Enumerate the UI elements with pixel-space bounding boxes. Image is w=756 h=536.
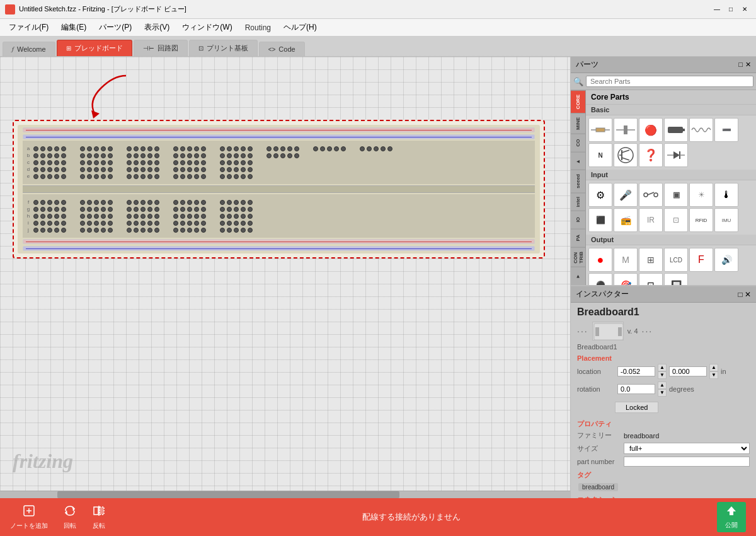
cat-vtab-pa[interactable]: PA (571, 229, 585, 247)
tab-breadboard[interactable]: ⊞ ブレッドボード (57, 40, 132, 56)
menu-view[interactable]: 表示(V) (138, 20, 176, 35)
bb-hole[interactable] (227, 200, 232, 205)
bb-hole[interactable] (220, 221, 225, 226)
bb-hole[interactable] (127, 221, 132, 226)
bb-hole[interactable] (227, 207, 232, 212)
bb-hole[interactable] (241, 228, 246, 233)
bb-hole[interactable] (180, 160, 185, 165)
bb-hole[interactable] (180, 221, 185, 226)
bb-hole[interactable] (341, 146, 346, 151)
bb-hole[interactable] (108, 167, 113, 172)
bb-hole[interactable] (374, 146, 379, 151)
menu-help[interactable]: ヘルプ(H) (277, 20, 323, 35)
bb-hole[interactable] (154, 153, 159, 158)
bb-hole[interactable] (173, 207, 178, 212)
bb-hole[interactable] (154, 167, 159, 172)
bb-hole[interactable] (294, 146, 299, 151)
bb-hole[interactable] (127, 160, 132, 165)
bb-hole[interactable] (320, 146, 325, 151)
bb-hole[interactable] (248, 200, 253, 205)
bb-hole[interactable] (360, 146, 365, 151)
bb-hole[interactable] (47, 167, 52, 172)
window-controls[interactable]: — □ ✕ (711, 3, 751, 16)
bb-hole[interactable] (127, 214, 132, 219)
parts-panel-controls[interactable]: □ ✕ (738, 61, 751, 69)
cat-vtab-contrib[interactable]: CON TRIB (571, 247, 585, 267)
bb-hole[interactable] (173, 153, 178, 158)
bb-hole[interactable] (47, 160, 52, 165)
bb-hole[interactable] (108, 221, 113, 226)
bb-hole[interactable] (187, 174, 192, 179)
bb-hole[interactable] (147, 174, 152, 179)
bb-hole[interactable] (134, 174, 139, 179)
part-motor[interactable]: M (614, 248, 638, 272)
bb-hole[interactable] (220, 214, 225, 219)
bb-hole[interactable] (220, 200, 225, 205)
bb-hole[interactable] (234, 146, 239, 151)
bb-hole[interactable] (201, 153, 206, 158)
tab-welcome[interactable]: 𝑓 Welcome (3, 42, 55, 56)
bb-hole[interactable] (127, 146, 132, 151)
bb-hole[interactable] (80, 207, 85, 212)
bb-hole[interactable] (147, 153, 152, 158)
bb-hole[interactable] (248, 174, 253, 179)
part-accelerometer[interactable]: ⊡ (664, 208, 688, 232)
bb-hole[interactable] (241, 221, 246, 226)
bb-hole[interactable] (248, 167, 253, 172)
bb-hole[interactable] (313, 146, 318, 151)
part-fan[interactable]: 🔲 (664, 273, 688, 285)
bb-hole[interactable] (87, 174, 92, 179)
bb-hole[interactable] (194, 153, 199, 158)
bb-hole[interactable] (266, 146, 272, 151)
bb-hole[interactable] (134, 153, 139, 158)
bb-hole[interactable] (180, 167, 185, 172)
bb-hole[interactable] (101, 160, 106, 165)
bb-hole[interactable] (220, 174, 225, 179)
bb-hole[interactable] (187, 160, 192, 165)
part-dot-matrix[interactable]: ⊡ (639, 273, 663, 285)
bb-hole[interactable] (33, 160, 38, 165)
close-button[interactable]: ✕ (738, 3, 751, 16)
bb-hole[interactable] (173, 200, 178, 205)
menu-routing[interactable]: Routing (239, 21, 277, 35)
part-capacitor[interactable] (614, 118, 638, 142)
bb-hole[interactable] (241, 174, 246, 179)
bb-hole[interactable] (134, 167, 139, 172)
bb-hole[interactable] (94, 221, 99, 226)
bb-hole[interactable] (248, 207, 253, 212)
bb-hole[interactable] (241, 207, 246, 212)
parts-panel-close[interactable]: ✕ (745, 61, 751, 69)
part-diode[interactable] (664, 143, 688, 167)
bb-hole[interactable] (54, 174, 59, 179)
bb-hole[interactable] (201, 167, 206, 172)
bb-hole[interactable] (154, 146, 159, 151)
rotation-stepper[interactable]: ▲▼ (658, 382, 667, 397)
part-rfid[interactable]: RFID (689, 208, 713, 232)
part-sensor2[interactable]: 📻 (614, 208, 638, 232)
bb-hole[interactable] (234, 200, 239, 205)
part-nmos[interactable]: N (588, 143, 612, 167)
part-temp-sensor[interactable]: 🌡 (714, 183, 738, 207)
bb-hole[interactable] (33, 153, 38, 158)
bb-hole[interactable] (140, 221, 146, 226)
bb-hole[interactable] (94, 214, 99, 219)
bb-hole[interactable] (201, 174, 206, 179)
bb-hole[interactable] (220, 167, 225, 172)
bb-hole[interactable] (327, 146, 332, 151)
location-x-stepper[interactable]: ▲▼ (658, 364, 667, 379)
bb-hole[interactable] (173, 221, 178, 226)
bb-hole[interactable] (101, 207, 106, 212)
inspector-close[interactable]: ✕ (745, 290, 751, 299)
bb-hole[interactable] (234, 207, 239, 212)
parts-search-input[interactable] (586, 76, 753, 87)
bb-hole[interactable] (241, 167, 246, 172)
rotation-down[interactable]: ▼ (658, 389, 667, 397)
bb-hole[interactable] (154, 200, 159, 205)
bb-hole[interactable] (80, 228, 85, 233)
bb-hole[interactable] (387, 146, 392, 151)
bb-hole[interactable] (87, 207, 92, 212)
bb-hole[interactable] (140, 214, 146, 219)
bb-hole[interactable] (187, 221, 192, 226)
bb-hole[interactable] (33, 221, 38, 226)
bb-hole[interactable] (87, 167, 92, 172)
